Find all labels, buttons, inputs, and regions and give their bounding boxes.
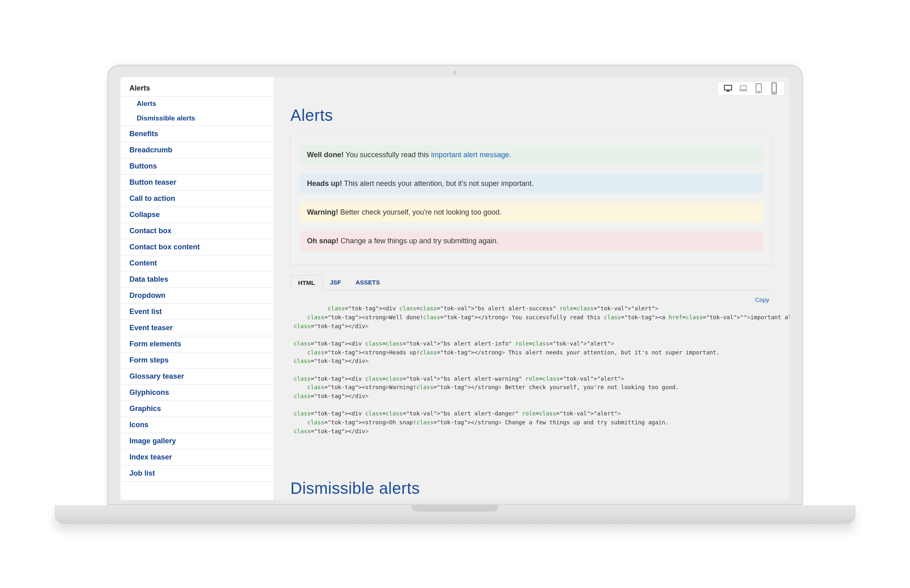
sidebar-item-buttons[interactable]: Buttons	[121, 158, 273, 175]
sidebar-item-glyphicons[interactable]: Glyphicons	[121, 385, 273, 401]
sidebar-subgroup: Alerts Dismissible alerts	[121, 97, 273, 126]
sidebar-item-call-to-action[interactable]: Call to action	[121, 191, 273, 207]
svg-point-6	[758, 91, 759, 92]
sidebar-item-event-teaser[interactable]: Event teaser	[121, 320, 273, 336]
sidebar-item-content[interactable]: Content	[121, 255, 273, 272]
svg-point-8	[774, 92, 775, 93]
laptop-notch	[412, 505, 499, 512]
sidebar: Alerts Alerts Dismissible alerts Benefit…	[121, 77, 273, 500]
laptop-screen: Alerts Alerts Dismissible alerts Benefit…	[107, 65, 803, 505]
sidebar-item-form-elements[interactable]: Form elements	[121, 336, 273, 352]
alert-success-link[interactable]: important alert message.	[431, 151, 511, 159]
alert-info-strong: Heads up!	[307, 179, 342, 188]
copy-button[interactable]: Copy	[755, 295, 769, 304]
sidebar-item-event-list[interactable]: Event list	[121, 304, 273, 320]
alert-danger-strong: Oh snap!	[307, 237, 339, 245]
laptop-icon[interactable]	[739, 85, 748, 92]
tablet-icon[interactable]	[754, 85, 763, 92]
section-title-alerts: Alerts	[290, 106, 772, 124]
device-toggle	[717, 81, 785, 96]
svg-rect-0	[724, 85, 732, 90]
sidebar-item-data-tables[interactable]: Data tables	[121, 272, 273, 288]
sidebar-item-job-list[interactable]: Job list	[121, 466, 273, 482]
alert-danger: Oh snap! Change a few things up and try …	[300, 231, 763, 251]
sidebar-item-benefits[interactable]: Benefits	[121, 126, 273, 142]
alert-danger-text: Change a few things up and try submittin…	[339, 237, 498, 245]
sidebar-item-button-teaser[interactable]: Button teaser	[121, 175, 273, 191]
camera-dot	[453, 71, 457, 74]
alert-warning: Warning! Better check yourself, you're n…	[300, 202, 763, 222]
phone-icon[interactable]	[770, 85, 779, 92]
alert-warning-strong: Warning!	[307, 208, 338, 216]
sidebar-sub-dismissible[interactable]: Dismissible alerts	[121, 111, 273, 126]
tab-assets[interactable]: ASSETS	[348, 275, 387, 290]
sidebar-item-icons[interactable]: Icons	[121, 417, 273, 433]
laptop-mockup: Alerts Alerts Dismissible alerts Benefit…	[107, 65, 803, 524]
alert-success-strong: Well done!	[307, 151, 344, 159]
alert-info-text: This alert needs your attention, but it'…	[342, 179, 533, 188]
sidebar-sub-alerts[interactable]: Alerts	[121, 97, 273, 111]
laptop-base	[55, 505, 855, 524]
sidebar-item-alerts[interactable]: Alerts	[121, 80, 273, 97]
sidebar-item-breadcrumb[interactable]: Breadcrumb	[121, 142, 273, 158]
alert-success: Well done! You successfully read this im…	[300, 145, 763, 165]
alert-warning-text: Better check yourself, you're not lookin…	[338, 208, 502, 216]
section-title-dismissible: Dismissible alerts	[290, 479, 772, 497]
desktop-icon[interactable]	[724, 85, 732, 92]
sidebar-item-glossary-teaser[interactable]: Glossary teaser	[121, 369, 273, 385]
alerts-preview-panel: Well done! You successfully read this im…	[290, 136, 772, 265]
alert-success-text: You successfully read this	[344, 151, 431, 159]
sidebar-item-graphics[interactable]: Graphics	[121, 401, 273, 417]
sidebar-item-contact-box[interactable]: Contact box	[121, 223, 273, 239]
app-viewport: Alerts Alerts Dismissible alerts Benefit…	[121, 77, 789, 500]
tab-jsf[interactable]: JSF	[323, 275, 349, 290]
sidebar-item-collapse[interactable]: Collapse	[121, 207, 273, 223]
sidebar-item-index-teaser[interactable]: Index teaser	[121, 449, 273, 466]
alert-info: Heads up! This alert needs your attentio…	[300, 174, 763, 194]
sidebar-item-dropdown[interactable]: Dropdown	[121, 288, 273, 304]
sidebar-item-image-gallery[interactable]: Image gallery	[121, 433, 273, 449]
code-tabs: HTML JSF ASSETS	[290, 275, 772, 290]
sidebar-item-form-steps[interactable]: Form steps	[121, 352, 273, 369]
main-content: Alerts Well done! You successfully read …	[273, 77, 789, 500]
tab-html[interactable]: HTML	[290, 275, 323, 290]
svg-rect-3	[741, 86, 747, 90]
code-block: Copyclass="tok-tag"><div class=class="to…	[290, 290, 772, 451]
sidebar-item-contact-box-content[interactable]: Contact box content	[121, 239, 273, 255]
